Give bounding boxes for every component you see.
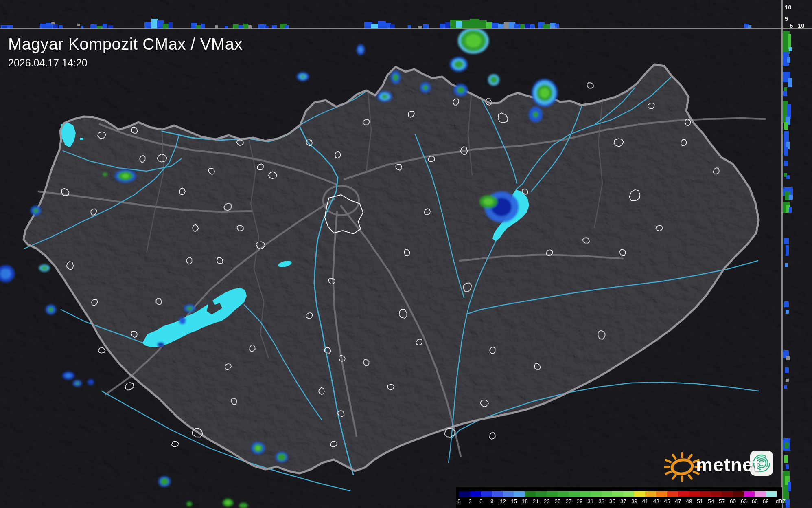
legend-cell <box>580 491 591 497</box>
right-profile-echo <box>784 122 788 130</box>
right-profile-echo <box>788 34 791 49</box>
legend-cell <box>470 491 481 497</box>
top-profile-echo <box>103 24 107 28</box>
top-profile-echo <box>169 22 173 29</box>
right-profile-echo <box>789 47 792 51</box>
legend-cell <box>492 491 503 497</box>
legend-cell <box>634 491 645 497</box>
timestamp: 2026.04.17 14:20 <box>8 57 243 69</box>
top-profile-echo <box>748 25 751 28</box>
top-profile-echo <box>378 21 386 29</box>
legend-cell <box>602 491 613 497</box>
legend-cell <box>547 491 558 497</box>
sun-ray <box>689 475 692 479</box>
metnet-logo-text: metnet <box>696 454 760 476</box>
right-profile-echo <box>786 379 789 382</box>
legend-cell <box>591 491 602 497</box>
right-profile-echo <box>789 195 793 200</box>
legend-cell <box>536 491 547 497</box>
legend-cell <box>755 491 766 497</box>
right-profile-echo <box>784 385 787 389</box>
sun-icon <box>664 453 701 480</box>
legend-cell <box>733 491 744 497</box>
right-axis-label-5: 5 <box>790 22 793 29</box>
right-profile-echo <box>786 464 789 469</box>
legend-cell <box>525 491 536 497</box>
legend-cell <box>711 491 722 497</box>
right-profile-echo <box>784 238 789 244</box>
legend-cell <box>689 491 700 497</box>
page-title: Magyar Kompozit CMax / VMax <box>8 35 243 53</box>
sun-ray <box>689 455 692 458</box>
right-profile-echo <box>786 245 789 256</box>
legend-cell <box>481 491 492 497</box>
dbz-legend: 0369121518212325272931333537394143454749… <box>456 487 782 508</box>
profile-divider-vertical <box>781 0 783 508</box>
profile-echo-pixels <box>0 0 812 508</box>
legend-cell <box>766 491 777 497</box>
legend-cell <box>722 491 733 497</box>
legend-unit-label: dBZ <box>774 498 788 504</box>
sun-ray <box>673 455 676 458</box>
right-profile-echo <box>784 301 789 307</box>
legend-cell <box>667 491 678 497</box>
top-profile-echo <box>51 22 55 24</box>
sun-ray <box>673 475 676 479</box>
sun-ray <box>666 472 670 474</box>
metnet-logo: metnet <box>664 445 775 482</box>
dbz-labels: 0369121518212325272931333537394143454749… <box>459 498 781 505</box>
top-profile-echo <box>555 24 559 28</box>
dbz-colorbar <box>459 491 777 497</box>
right-profile-echo <box>786 356 790 360</box>
top-axis-label-5: 5 <box>785 15 788 22</box>
legend-cell <box>459 491 470 497</box>
right-profile-echo <box>784 147 788 156</box>
legend-cell <box>678 491 689 497</box>
right-profile-echo <box>785 263 788 267</box>
right-profile-echo <box>783 91 787 96</box>
radar-viewer: 10 5 5 10 Magyar Kompozit CMax / VMax 20… <box>0 0 812 508</box>
right-profile-echo <box>786 310 789 314</box>
legend-cell <box>656 491 667 497</box>
legend-cell <box>503 491 514 497</box>
right-profile-echo <box>784 87 787 91</box>
top-profile-echo <box>144 22 152 29</box>
top-profile-echo <box>215 25 218 28</box>
right-profile-echo <box>788 482 791 491</box>
legend-tick-label: 69 <box>759 498 773 504</box>
right-profile-echo <box>787 57 790 63</box>
right-profile-echo <box>785 367 789 373</box>
top-profile-echo <box>470 19 479 29</box>
right-profile-echo <box>784 455 788 463</box>
right-profile-echo <box>788 78 792 87</box>
legend-cell <box>645 491 656 497</box>
top-profile-echo <box>77 24 80 26</box>
right-axis-label-10: 10 <box>798 22 805 29</box>
right-profile-echo <box>789 207 792 213</box>
title-block: Magyar Kompozit CMax / VMax 2026.04.17 1… <box>8 35 243 69</box>
right-profile-echo <box>785 442 789 448</box>
legend-cell <box>558 491 569 497</box>
right-profile-echo <box>784 161 788 166</box>
legend-cell <box>569 491 580 497</box>
legend-cell <box>623 491 634 497</box>
right-profile-echo <box>786 175 790 179</box>
top-profile-echo <box>479 20 487 29</box>
legend-cell <box>514 491 525 497</box>
legend-cell <box>744 491 755 497</box>
sun-ray <box>666 460 670 462</box>
top-profile-echo <box>462 20 471 29</box>
top-axis-label-10: 10 <box>785 4 792 10</box>
legend-cell <box>612 491 623 497</box>
legend-cell <box>700 491 711 497</box>
profile-divider-horizontal <box>0 28 812 29</box>
